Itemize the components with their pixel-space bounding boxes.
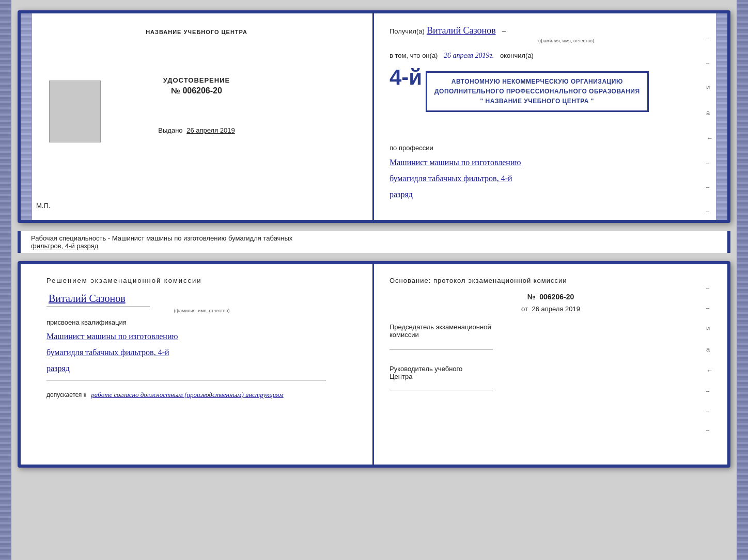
mp-label: М.П. xyxy=(36,202,50,210)
photo-placeholder xyxy=(49,81,101,142)
rukovoditel-block: Руководитель учебного Центра xyxy=(389,365,712,391)
vydano-label: Выдано xyxy=(158,126,182,134)
right-side-labels: – – и а ← – – – xyxy=(706,34,713,215)
i-label: и xyxy=(706,82,713,92)
ot-date-block: от 26 апреля 2019 xyxy=(389,305,712,313)
dash-r3: – xyxy=(706,159,713,168)
middle-label-bar: Рабочая специальность - Машинист машины … xyxy=(18,231,730,253)
dopuskaetsya-prefix: допускается к xyxy=(46,391,86,398)
poluchil-label: Получил(а) xyxy=(389,26,425,37)
big-number: 4-й xyxy=(389,61,422,93)
poluchil-line: Получил(а) Виталий Сазонов – (фамилия, и… xyxy=(389,24,712,45)
person-caption: (фамилия, имя, отчество) xyxy=(46,308,357,313)
chairman-label: Председатель экзаменационной xyxy=(389,323,712,331)
commission-title: Решением экзаменационной комиссии xyxy=(46,277,357,284)
chairman-sign-line xyxy=(389,349,493,349)
vtom-prefix: в том, что он(а) xyxy=(389,52,438,59)
dash-r5: – xyxy=(706,427,713,433)
certificate-label: УДОСТОВЕРЕНИЕ xyxy=(163,76,230,84)
person-name: Виталий Сазонов xyxy=(49,293,126,304)
po-professii-block: по профессии Машинист машины по изготовл… xyxy=(389,143,712,201)
number-prefix: № xyxy=(527,293,536,301)
i-label2: и xyxy=(706,324,713,332)
protocol-number-block: № 006206-20 xyxy=(389,293,712,301)
vydano-line: Выдано 26 апреля 2019 xyxy=(158,126,235,134)
number-value: 006206-20 xyxy=(539,293,574,301)
bottom-certificate-book: Решением экзаменационной комиссии Витали… xyxy=(18,261,730,468)
dash-r4: – xyxy=(706,183,713,191)
qual-underline xyxy=(46,380,326,380)
middle-label-underline: фильтров, 4-й разряд xyxy=(31,242,98,250)
recipient-name: Виталий Сазонов xyxy=(427,24,496,38)
dash: – xyxy=(502,26,506,37)
profession-line1: Машинист машины по изготовлению xyxy=(389,155,712,169)
certificate-block: УДОСТОВЕРЕНИЕ № 006206-20 xyxy=(163,76,230,95)
dash-r1: – xyxy=(706,34,713,43)
top-certificate-book: НАЗВАНИЕ УЧЕБНОГО ЦЕНТРА УДОСТОВЕРЕНИЕ №… xyxy=(18,10,730,223)
a-label2: а xyxy=(706,345,713,353)
a-label: а xyxy=(706,108,713,118)
stamp-line3: " НАЗВАНИЕ УЧЕБНОГО ЦЕНТРА " xyxy=(434,97,640,106)
dopuskaetsya-text: работе согласно должностным (производств… xyxy=(91,391,283,398)
middle-label-prefix: Рабочая специальность - Машинист машины … xyxy=(31,234,292,242)
person-caption-block: (фамилия, имя, отчество) xyxy=(46,307,357,313)
name-line xyxy=(46,307,150,307)
commission-label: комиссии xyxy=(389,331,712,339)
dash-r5: – xyxy=(706,207,713,216)
certificate-number: № 006206-20 xyxy=(163,86,230,95)
person-block: Виталий Сазонов xyxy=(46,293,357,305)
stamp-line1: АВТОНОМНУЮ НЕКОММЕРЧЕСКУЮ ОРГАНИЗАЦИЮ xyxy=(434,77,640,87)
rukovoditel-line2: Центра xyxy=(389,373,712,380)
dash-r3: – xyxy=(706,388,713,394)
bottom-left-spine xyxy=(0,0,11,560)
stamp-line2: ДОПОЛНИТЕЛЬНОГО ПРОФЕССИОНАЛЬНОГО ОБРАЗО… xyxy=(434,87,640,97)
po-professii-label: по профессии xyxy=(389,144,433,152)
bottom-right-spine xyxy=(737,0,748,560)
prisvoena-label: присвоена квалификация xyxy=(46,318,357,326)
rukovoditel-sign-line xyxy=(389,391,493,391)
ot-prefix: от xyxy=(521,305,528,313)
okonchil-label: окончил(а) xyxy=(500,52,534,59)
dash-r2: – xyxy=(706,58,713,67)
qual-line3: разряд xyxy=(46,361,357,375)
stamp-box: АВТОНОМНУЮ НЕКОММЕРЧЕСКУЮ ОРГАНИЗАЦИЮ ДО… xyxy=(426,71,649,113)
profession-line3: разряд xyxy=(389,187,712,201)
dash-r4: – xyxy=(706,407,713,413)
bottom-book-left-page: Решением экзаменационной комиссии Витали… xyxy=(21,264,374,465)
top-book-left-page: НАЗВАНИЕ УЧЕБНОГО ЦЕНТРА УДОСТОВЕРЕНИЕ №… xyxy=(21,13,374,220)
recipient-caption: (фамилия, имя, отчество) xyxy=(420,38,712,45)
stamp-area: 4-й АВТОНОМНУЮ НЕКОММЕРЧЕСКУЮ ОРГАНИЗАЦИ… xyxy=(389,66,712,118)
bottom-book-right-page: Основание: протокол экзаменационной коми… xyxy=(374,264,727,465)
rukovoditel-line1: Руководитель учебного xyxy=(389,365,712,373)
vtom-date: 26 апреля 2019г. xyxy=(444,52,494,59)
right-side-labels-2: – – и а ← – – – xyxy=(706,285,713,433)
training-center-title: НАЗВАНИЕ УЧЕБНОГО ЦЕНТРА xyxy=(146,29,247,35)
qual-line2: бумагидля табачных фильтров, 4-й xyxy=(46,345,357,359)
chairman-block: Председатель экзаменационной комиссии xyxy=(389,323,712,349)
qual-line1: Машинист машины по изготовлению xyxy=(46,329,357,343)
dash-r2: – xyxy=(706,305,713,311)
profession-line2: бумагидля табачных фильтров, 4-й xyxy=(389,171,712,185)
left-arrow2: ← xyxy=(706,366,713,374)
top-book-right-page: Получил(а) Виталий Сазонов – (фамилия, и… xyxy=(374,13,727,220)
right-spine-decoration xyxy=(716,13,727,220)
dopuskaetsya-block: допускается к работе согласно должностны… xyxy=(46,391,357,399)
left-arrow: ← xyxy=(706,133,713,143)
vydano-date: 26 апреля 2019 xyxy=(186,126,235,134)
vtom-block: в том, что он(а) 26 апреля 2019г. окончи… xyxy=(389,50,712,61)
osnovaniye-label: Основание: протокол экзаменационной коми… xyxy=(389,277,712,284)
ot-date: 26 апреля 2019 xyxy=(532,305,581,313)
dash-r1: – xyxy=(706,285,713,291)
